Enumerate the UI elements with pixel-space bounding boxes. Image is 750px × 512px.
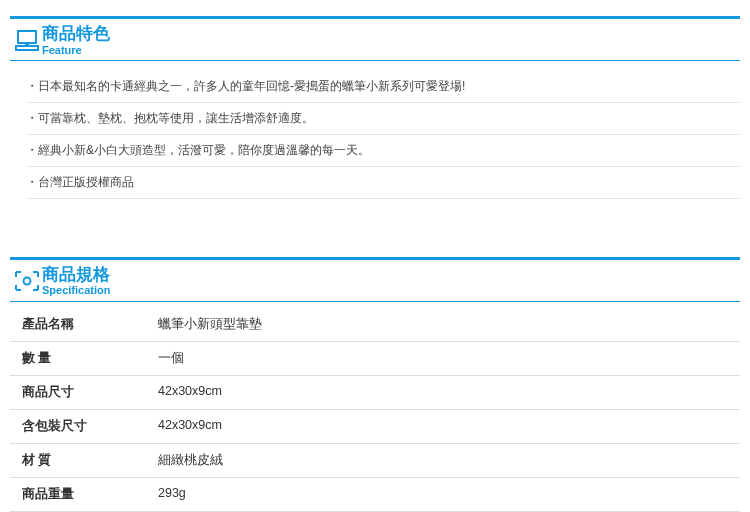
spec-label: 商品重量 xyxy=(10,478,150,511)
spec-row: 數 量 一個 xyxy=(10,342,740,376)
feature-header: 商品特色 Feature xyxy=(10,16,740,61)
spec-value: 42x30x9cm xyxy=(150,410,740,443)
spec-value: 42x30x9cm xyxy=(150,376,740,409)
spec-table: 產品名稱 蠟筆小新頭型靠墊 數 量 一個 商品尺寸 42x30x9cm 含包裝尺… xyxy=(10,308,740,512)
spec-label: 材 質 xyxy=(10,444,150,477)
camera-icon xyxy=(12,270,42,292)
section-feature: 商品特色 Feature ・日本最知名的卡通經典之一，許多人的童年回憶-愛搗蛋的… xyxy=(10,16,740,207)
feature-title-en: Feature xyxy=(42,44,110,56)
spec-title-zh: 商品規格 xyxy=(42,266,110,285)
spec-label: 含包裝尺寸 xyxy=(10,410,150,443)
svg-rect-1 xyxy=(16,46,38,50)
spec-header: 商品規格 Specification xyxy=(10,257,740,302)
section-gap xyxy=(0,207,750,241)
svg-rect-0 xyxy=(18,31,36,43)
spec-label: 數 量 xyxy=(10,342,150,375)
spec-label: 產品名稱 xyxy=(10,308,150,341)
svg-rect-2 xyxy=(25,43,29,46)
spec-row: 含包裝尺寸 42x30x9cm xyxy=(10,410,740,444)
feature-item: ・日本最知名的卡通經典之一，許多人的童年回憶-愛搗蛋的蠟筆小新系列可愛登場! xyxy=(26,71,740,103)
spec-row: 商品重量 293g xyxy=(10,478,740,512)
feature-item: ・台灣正版授權商品 xyxy=(26,167,740,199)
spec-row: 產品名稱 蠟筆小新頭型靠墊 xyxy=(10,308,740,342)
svg-point-3 xyxy=(24,278,31,285)
spec-row: 商品尺寸 42x30x9cm xyxy=(10,376,740,410)
spec-value: 293g xyxy=(150,478,740,511)
spec-label: 商品尺寸 xyxy=(10,376,150,409)
spec-value: 一個 xyxy=(150,342,740,375)
feature-icon xyxy=(12,27,42,53)
spec-value: 蠟筆小新頭型靠墊 xyxy=(150,308,740,341)
spec-value: 細緻桃皮絨 xyxy=(150,444,740,477)
spec-row: 材 質 細緻桃皮絨 xyxy=(10,444,740,478)
feature-title-zh: 商品特色 xyxy=(42,25,110,44)
spec-title-en: Specification xyxy=(42,284,110,296)
spec-title-block: 商品規格 Specification xyxy=(42,266,110,297)
feature-list: ・日本最知名的卡通經典之一，許多人的童年回憶-愛搗蛋的蠟筆小新系列可愛登場! ・… xyxy=(10,61,740,207)
feature-title-block: 商品特色 Feature xyxy=(42,25,110,56)
feature-item: ・可當靠枕、墊枕、抱枕等使用，讓生活增添舒適度。 xyxy=(26,103,740,135)
section-spec: 商品規格 Specification 產品名稱 蠟筆小新頭型靠墊 數 量 一個 … xyxy=(10,257,740,512)
feature-item: ・經典小新&小白大頭造型，活潑可愛，陪你度過溫馨的每一天。 xyxy=(26,135,740,167)
